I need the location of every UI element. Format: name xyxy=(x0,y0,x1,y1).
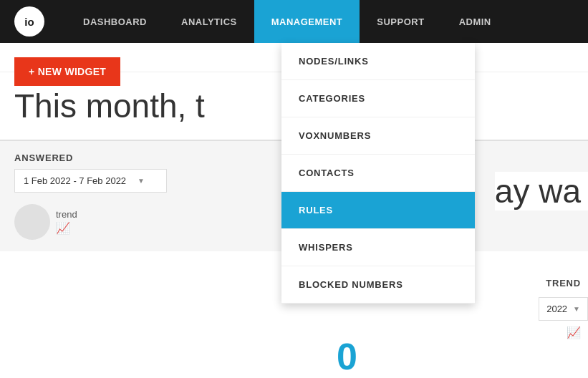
right-trend-label: trend xyxy=(546,278,581,289)
right-date-dropdown[interactable]: 2022 ▼ xyxy=(539,297,588,321)
trend-up-icon: 📈 xyxy=(56,221,77,235)
answered-label: ANSWERED xyxy=(14,152,167,163)
trend-label: trend xyxy=(56,209,77,220)
dropdown-item-nodes-links[interactable]: NODES/LINKS xyxy=(281,43,475,80)
top-nav: io DASHBOARD ANALYTICS MANAGEMENT SUPPOR… xyxy=(0,0,588,43)
date-range-value: 1 Feb 2022 - 7 Feb 2022 xyxy=(24,175,126,186)
nav-item-support[interactable]: SUPPORT xyxy=(360,0,441,43)
dropdown-item-rules[interactable]: RULES xyxy=(281,192,475,229)
right-trend-icon: 📈 xyxy=(567,326,581,339)
dropdown-item-categories[interactable]: CATEGORIES xyxy=(281,80,475,117)
right-date-value: 2022 xyxy=(546,304,567,314)
date-range-dropdown[interactable]: 1 Feb 2022 - 7 Feb 2022 xyxy=(14,169,167,193)
dropdown-item-blocked-numbers[interactable]: BLOCKED NUMBERS xyxy=(281,266,475,304)
circle-avatar xyxy=(14,204,50,240)
zero-value: 0 xyxy=(337,335,357,378)
trend-row: trend 📈 xyxy=(14,204,167,240)
nav-item-management[interactable]: MANAGEMENT xyxy=(254,0,360,43)
nav-item-admin[interactable]: ADMIN xyxy=(442,0,509,43)
dropdown-item-whispers[interactable]: WHISPERS xyxy=(281,229,475,266)
right-date-chevron-icon: ▼ xyxy=(573,305,580,313)
nav-item-analytics[interactable]: ANALYTICS xyxy=(164,0,254,43)
management-dropdown: NODES/LINKS CATEGORIES VOXNUMBERS CONTAC… xyxy=(281,43,475,304)
nav-item-dashboard[interactable]: DASHBOARD xyxy=(66,0,164,43)
nav-items: DASHBOARD ANALYTICS MANAGEMENT SUPPORT A… xyxy=(66,0,509,43)
answered-stat: ANSWERED 1 Feb 2022 - 7 Feb 2022 trend 📈 xyxy=(14,152,167,240)
dropdown-item-voxnumbers[interactable]: VOXNUMBERS xyxy=(281,117,475,155)
new-widget-button[interactable]: + NEW WIDGET xyxy=(14,57,120,86)
page-wrapper: io DASHBOARD ANALYTICS MANAGEMENT SUPPOR… xyxy=(0,0,588,378)
logo[interactable]: io xyxy=(14,6,44,37)
dropdown-item-contacts[interactable]: CONTACTS xyxy=(281,155,475,192)
